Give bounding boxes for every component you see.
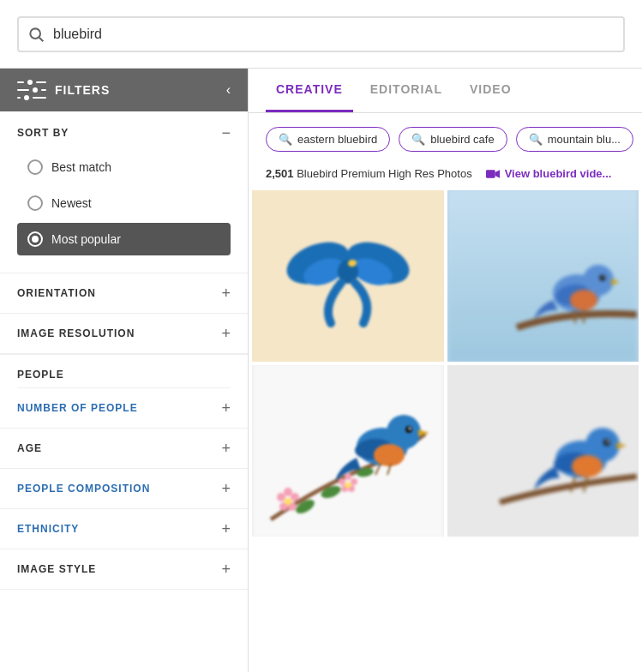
radio-newest (27, 195, 43, 211)
people-title: PEOPLE (17, 355, 231, 388)
sort-by-collapse-icon[interactable]: − (221, 125, 231, 141)
image-2 (447, 190, 639, 362)
suggestion-search-icon-3: 🔍 (529, 133, 543, 146)
search-bar (0, 0, 642, 69)
svg-point-19 (570, 290, 597, 310)
age-expand-icon[interactable]: + (221, 441, 231, 456)
svg-point-0 (30, 28, 40, 39)
search-icon (27, 26, 45, 43)
tab-video[interactable]: VIDEO (459, 69, 522, 112)
orientation-title: ORIENTATION (17, 287, 96, 299)
filters-header: FILTERS ‹ (0, 69, 248, 111)
ethnicity-expand-icon[interactable]: + (221, 521, 231, 537)
svg-marker-3 (495, 170, 499, 177)
ethnicity-title: ETHNICITY (17, 523, 79, 535)
svg-point-42 (408, 428, 411, 430)
video-camera-icon (486, 169, 500, 179)
suggestion-search-icon-2: 🔍 (411, 133, 425, 146)
svg-point-36 (339, 478, 345, 485)
image-resolution-header[interactable]: IMAGE RESOLUTION + (17, 326, 231, 341)
image-cell-3[interactable] (252, 365, 444, 537)
image-resolution-expand-icon[interactable]: + (221, 326, 231, 341)
svg-point-54 (572, 455, 603, 477)
tab-creative[interactable]: CREATIVE (266, 69, 353, 112)
svg-point-16 (600, 275, 606, 281)
bird2-svg (448, 190, 637, 362)
people-composition-header[interactable]: PEOPLE COMPOSITION + (17, 481, 231, 496)
image-style-header[interactable]: IMAGE STYLE + (17, 561, 231, 577)
number-of-people-title: NUMBER OF PEOPLE (17, 402, 138, 414)
image-3 (252, 365, 444, 537)
bird4-svg (448, 365, 637, 537)
orientation-header[interactable]: ORIENTATION + (17, 285, 231, 301)
filters-title: FILTERS (55, 83, 110, 97)
results-count: 2,501 Bluebird Premium High Res Photos (266, 167, 472, 180)
search-wrapper (17, 16, 625, 52)
main-layout: FILTERS ‹ SORT BY − Best match Newest (0, 69, 642, 672)
radio-best-match (27, 159, 43, 175)
suggestion-eastern-bluebird[interactable]: 🔍 eastern bluebird (266, 127, 390, 152)
sort-by-title: SORT BY (17, 127, 69, 139)
people-composition-section: PEOPLE COMPOSITION + (0, 469, 248, 509)
svg-point-44 (374, 444, 405, 466)
suggestion-mountain-blu[interactable]: 🔍 mountain blu... (516, 127, 633, 152)
number-of-people-section: NUMBER OF PEOPLE + (0, 388, 248, 429)
age-header[interactable]: AGE + (17, 441, 231, 456)
image-cell-4[interactable] (447, 365, 639, 537)
sidebar: FILTERS ‹ SORT BY − Best match Newest (0, 69, 249, 672)
svg-line-1 (39, 37, 44, 41)
suggestions: 🔍 eastern bluebird 🔍 bluebird cafe 🔍 mou… (249, 113, 642, 160)
results-info: 2,501 Bluebird Premium High Res Photos V… (249, 160, 642, 190)
orientation-section: ORIENTATION + (0, 273, 248, 314)
radio-most-popular (27, 231, 43, 247)
svg-point-30 (277, 493, 285, 501)
image-cell-2[interactable] (447, 190, 639, 362)
image-style-section: IMAGE STYLE + (0, 549, 248, 590)
image-style-title: IMAGE STYLE (17, 563, 96, 575)
people-section: PEOPLE (0, 354, 248, 388)
image-style-expand-icon[interactable]: + (221, 561, 231, 577)
image-grid (249, 190, 642, 537)
tabs: CREATIVE EDITORIAL VIDEO (249, 69, 642, 113)
sort-option-most-popular[interactable]: Most popular (17, 223, 231, 255)
people-composition-expand-icon[interactable]: + (221, 481, 231, 496)
image-cell-1[interactable] (252, 190, 444, 362)
image-4 (447, 365, 639, 537)
svg-point-37 (345, 483, 351, 489)
view-video-link[interactable]: View bluebird vide... (486, 167, 612, 180)
people-composition-title: PEOPLE COMPOSITION (17, 483, 150, 495)
age-section: AGE + (0, 429, 248, 469)
svg-point-52 (607, 441, 609, 443)
sort-option-best-match[interactable]: Best match (17, 151, 231, 183)
ethnicity-section: ETHNICITY + (0, 509, 248, 549)
svg-point-26 (284, 488, 292, 496)
image-resolution-title: IMAGE RESOLUTION (17, 327, 135, 339)
search-input[interactable] (17, 16, 625, 52)
sort-by-header[interactable]: SORT BY − (17, 125, 231, 141)
bird1-svg (254, 190, 442, 362)
tab-editorial[interactable]: EDITORIAL (360, 69, 453, 112)
content-area: CREATIVE EDITORIAL VIDEO 🔍 eastern blueb… (249, 69, 642, 672)
filters-header-left: FILTERS (17, 80, 110, 100)
age-title: AGE (17, 442, 42, 454)
image-1 (252, 190, 444, 362)
number-of-people-header[interactable]: NUMBER OF PEOPLE + (17, 400, 231, 416)
orientation-expand-icon[interactable]: + (221, 285, 231, 301)
svg-point-32 (345, 473, 351, 480)
image-resolution-section: IMAGE RESOLUTION + (0, 314, 248, 354)
sort-by-section: SORT BY − Best match Newest Most popular (0, 111, 248, 273)
svg-rect-2 (486, 170, 495, 177)
sort-option-newest[interactable]: Newest (17, 187, 231, 219)
svg-point-17 (603, 276, 604, 278)
svg-point-33 (351, 478, 357, 485)
filters-sliders-icon (17, 80, 46, 100)
suggestion-bluebird-cafe[interactable]: 🔍 bluebird cafe (399, 127, 507, 152)
suggestion-search-icon-1: 🔍 (279, 133, 292, 146)
ethnicity-header[interactable]: ETHNICITY + (17, 521, 231, 537)
number-of-people-expand-icon[interactable]: + (221, 400, 231, 416)
bird3-svg (254, 365, 442, 537)
svg-point-31 (285, 498, 291, 505)
svg-point-39 (387, 415, 421, 449)
svg-point-27 (291, 493, 299, 501)
collapse-sidebar-icon[interactable]: ‹ (226, 82, 231, 98)
